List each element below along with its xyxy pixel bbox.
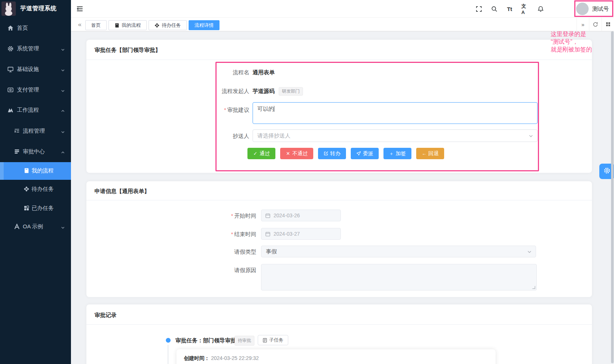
tab-home[interactable]: 首页 bbox=[85, 20, 107, 30]
puzzle-icon bbox=[154, 23, 160, 28]
status-badge: 待审批 bbox=[235, 336, 254, 346]
task-detail-card: 创建时间： 2024-03-25 22:29:32 bbox=[176, 349, 496, 364]
subtask-button[interactable]: 子任务 bbox=[258, 335, 288, 345]
button-label: 不通过 bbox=[292, 150, 308, 157]
tab-todo-tasks[interactable]: 待办任务 bbox=[149, 20, 187, 30]
timeline-line bbox=[168, 345, 168, 364]
sidebar-item-label: 待办任务 bbox=[32, 186, 54, 193]
puzzle-icon bbox=[24, 186, 30, 192]
approval-task-card: 审批任务【部门领导审批】 流程名 通用表单 流程发起人 芋道源码 研发部门 *审… bbox=[86, 40, 592, 173]
sidebar-item-system[interactable]: 系统管理 bbox=[0, 40, 71, 58]
tabs-menu-grid-icon[interactable] bbox=[601, 18, 614, 31]
list-icon bbox=[263, 338, 267, 343]
avatar bbox=[576, 3, 589, 15]
start-date-input: 2024-03-26 bbox=[261, 210, 341, 221]
fullscreen-icon[interactable] bbox=[475, 5, 482, 13]
card-title: 申请信息【通用表单】 bbox=[94, 188, 150, 195]
sidebar-item-payment[interactable]: 支付管理 bbox=[0, 81, 71, 99]
process-list-icon bbox=[14, 128, 20, 134]
leave-reason-textarea bbox=[261, 264, 537, 290]
card-header: 审批任务【部门领导审批】 bbox=[86, 40, 592, 60]
transfer-button[interactable]: 转办 bbox=[318, 148, 346, 159]
sidebar-item-done-tasks[interactable]: 已办任务 bbox=[0, 200, 71, 217]
leave-type-label: 请假类型 bbox=[86, 249, 256, 256]
suggestion-label-text: 审批建议 bbox=[227, 107, 249, 113]
letter-a-icon bbox=[14, 224, 20, 230]
reject-button[interactable]: ✕不通过 bbox=[280, 148, 313, 159]
notification-bell-icon[interactable] bbox=[537, 5, 544, 13]
initiator-label: 流程发起人 bbox=[86, 88, 249, 95]
approve-button[interactable]: ✓通过 bbox=[247, 148, 275, 159]
scroll-tabs-left-icon[interactable]: « bbox=[75, 19, 85, 29]
rollback-button[interactable]: ←回退 bbox=[416, 148, 444, 159]
required-mark: * bbox=[231, 213, 233, 219]
sidebar-item-oa-demo[interactable]: OA 示例 bbox=[0, 218, 71, 236]
approval-actions: ✓通过 ✕不通过 转办 委派 ＋加签 ←回退 bbox=[247, 148, 444, 159]
process-name-value: 通用表单 bbox=[253, 69, 275, 76]
resize-handle-icon bbox=[532, 286, 535, 289]
tab-process-detail[interactable]: 流程详情 bbox=[189, 20, 219, 30]
tab-label: 我的流程 bbox=[122, 22, 141, 29]
end-date-input: 2024-03-27 bbox=[261, 228, 341, 240]
chevron-down-icon bbox=[527, 249, 532, 254]
plus-icon: ＋ bbox=[389, 151, 394, 156]
sidebar-item-label: 系统管理 bbox=[17, 45, 39, 52]
sidebar-item-my-process[interactable]: 我的流程 bbox=[0, 162, 71, 180]
timeline-dot bbox=[166, 338, 171, 343]
language-icon[interactable]: 文A bbox=[521, 5, 529, 13]
tab-my-process[interactable]: 我的流程 bbox=[108, 20, 147, 30]
sidebar-item-todo-tasks[interactable]: 待办任务 bbox=[0, 181, 71, 198]
approval-stack-icon bbox=[14, 149, 20, 155]
vertical-scrollbar[interactable] bbox=[611, 31, 614, 363]
sidebar-item-label: 工作流程 bbox=[17, 107, 39, 114]
open-tabs: 首页 我的流程 待办任务 流程详情 bbox=[85, 20, 219, 30]
search-icon[interactable] bbox=[490, 5, 498, 13]
chevron-up-icon bbox=[61, 150, 65, 154]
workflow-icon bbox=[7, 107, 14, 113]
chevron-down-icon bbox=[61, 67, 65, 72]
cc-select[interactable]: 请选择抄送人 bbox=[253, 129, 538, 142]
tab-label: 流程详情 bbox=[194, 22, 214, 29]
text-cursor bbox=[274, 106, 274, 112]
close-icon: ✕ bbox=[286, 151, 290, 156]
chevron-up-icon bbox=[61, 108, 65, 113]
suggestion-textarea[interactable]: 可以的 bbox=[253, 102, 538, 124]
approval-record-card: 审批记录 审批任务：部门领导审批 待审批 子任务 创建时间： 2024-03-2… bbox=[86, 304, 592, 364]
sidebar-item-infra[interactable]: 基础设施 bbox=[0, 61, 71, 78]
card-header: 审批记录 bbox=[86, 304, 592, 325]
font-size-icon[interactable]: Tt bbox=[506, 5, 513, 13]
sidebar-item-workflow[interactable]: 工作流程 bbox=[0, 101, 71, 119]
tags-view-bar: « 首页 我的流程 待办任务 流程详情 » bbox=[71, 18, 614, 31]
collapse-sidebar-icon[interactable] bbox=[76, 5, 83, 13]
initiator-dept-tag: 研发部门 bbox=[279, 87, 303, 96]
sidebar-item-approval-center[interactable]: 审批中心 bbox=[0, 143, 71, 161]
sidebar-item-label: 已办任务 bbox=[32, 205, 54, 212]
chevron-down-icon bbox=[61, 129, 65, 133]
delegate-button[interactable]: 委派 bbox=[351, 148, 379, 159]
sidebar-item-process-mgmt[interactable]: 流程管理 bbox=[0, 122, 71, 140]
sidebar-item-label: OA 示例 bbox=[23, 223, 43, 230]
user-menu[interactable]: 测试号 bbox=[576, 0, 609, 18]
add-sign-button[interactable]: ＋加签 bbox=[383, 148, 411, 159]
edit-icon bbox=[324, 151, 328, 156]
calendar-icon bbox=[265, 231, 271, 237]
card-title: 审批任务【部门领导审批】 bbox=[94, 47, 161, 54]
sidebar-item-label: 支付管理 bbox=[17, 86, 39, 93]
chevron-down-icon bbox=[61, 47, 65, 51]
scroll-tabs-right-icon[interactable]: » bbox=[576, 18, 589, 31]
sidebar: 芋道管理系统 首页 系统管理 基础设施 支付管理 工作流程 bbox=[0, 0, 71, 364]
refresh-icon[interactable] bbox=[589, 18, 601, 31]
tab-label: 待办任务 bbox=[162, 22, 181, 29]
logo-row: 芋道管理系统 bbox=[0, 0, 71, 18]
sidebar-item-home[interactable]: 首页 bbox=[0, 19, 71, 37]
button-label: 委派 bbox=[363, 150, 373, 157]
sidebar-item-label: 我的流程 bbox=[32, 167, 54, 174]
apply-info-card: 申请信息【通用表单】 *开始时间 2024-03-26 *结束时间 2024-0… bbox=[86, 181, 592, 297]
app-window: 芋道管理系统 首页 系统管理 基础设施 支付管理 工作流程 bbox=[0, 0, 614, 364]
button-label: 通过 bbox=[260, 150, 270, 157]
created-time-label: 创建时间： bbox=[184, 355, 210, 361]
button-label: 加签 bbox=[396, 150, 406, 157]
sidebar-item-label: 基础设施 bbox=[17, 66, 39, 73]
initiator-value: 芋道源码 bbox=[253, 88, 275, 95]
chevron-down-icon bbox=[61, 225, 65, 229]
